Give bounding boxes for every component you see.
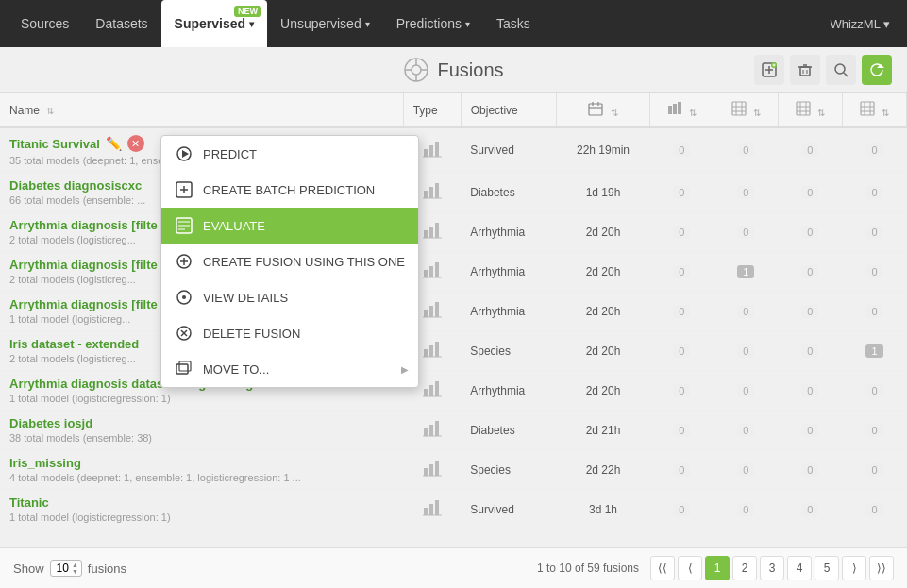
c4-sort-icon[interactable]: ⇅: [882, 108, 889, 118]
menu-item-view-details[interactable]: VIEW DETAILS: [161, 279, 418, 315]
chart-icon: [423, 380, 442, 397]
table-row: Titanic1 total model (logisticregression…: [0, 490, 907, 529]
row-objective-cell: Arrhythmia: [461, 292, 556, 331]
chart-icon: [423, 301, 442, 318]
show-label: Show: [13, 562, 44, 576]
per-page-arrows: ▲ ▼: [72, 562, 78, 575]
col-type: Type: [403, 93, 461, 127]
fusions-table: Name ⇅ Type Objective ⇅: [0, 93, 907, 529]
unsupervised-arrow: ▾: [365, 19, 370, 29]
row-c4-cell: 1: [842, 331, 906, 371]
row-c1-cell: 0: [649, 212, 714, 252]
svg-rect-68: [435, 381, 439, 396]
chart-icon: [423, 341, 442, 358]
nav-predictions[interactable]: Predictions ▾: [383, 0, 483, 47]
row-sub-info: 4 total models (deepnet: 1, ensemble: 1,…: [9, 472, 394, 483]
count-badge: 0: [673, 226, 690, 239]
page-prev-button[interactable]: ⟨: [678, 556, 702, 580]
menu-item-move-to[interactable]: MOVE TO...: [161, 351, 418, 387]
page-5-button[interactable]: 5: [815, 556, 839, 580]
svg-rect-37: [861, 102, 874, 115]
time-sort-icon[interactable]: ⇅: [611, 108, 618, 118]
count-badge: 0: [737, 463, 754, 477]
name-sort-icon[interactable]: ⇅: [46, 106, 54, 116]
c3-sort-icon[interactable]: ⇅: [817, 108, 825, 118]
count-badge: 0: [673, 503, 690, 516]
count-badge: 0: [801, 503, 818, 516]
close-icon[interactable]: ✕: [127, 135, 144, 152]
refresh-button[interactable]: [862, 55, 892, 85]
evaluate-icon: [175, 216, 193, 235]
c1-sort-icon[interactable]: ⇅: [689, 108, 697, 118]
search-button[interactable]: [826, 55, 856, 85]
nav-datasets[interactable]: Datasets: [82, 0, 160, 47]
table-row: Arrythmia diagnosis [filte2 total models…: [0, 252, 907, 292]
row-name-link[interactable]: Titanic: [9, 496, 394, 510]
count-badge: 0: [737, 503, 754, 516]
menu-item-label: EVALUATE: [203, 219, 265, 233]
nav-tasks[interactable]: Tasks: [483, 0, 544, 47]
row-c3-cell: 0: [778, 212, 842, 252]
page-next-button[interactable]: ⟩: [842, 556, 866, 580]
count-badge: 0: [673, 463, 690, 477]
page-4-button[interactable]: 4: [787, 556, 812, 580]
table-row: Diabetes iosjd38 total models (ensemble:…: [0, 411, 907, 450]
menu-item-batch-prediction[interactable]: CREATE BATCH PREDICTION: [161, 172, 418, 208]
row-c4-cell: 0: [842, 127, 906, 173]
fusions-table-container: Name ⇅ Type Objective ⇅: [0, 93, 907, 529]
page-3-button[interactable]: 3: [760, 556, 784, 580]
c2-sort-icon[interactable]: ⇅: [753, 108, 761, 118]
menu-item-delete-fusion[interactable]: DELETE FUSION: [161, 315, 418, 351]
row-objective-cell: Arrhythmia: [461, 252, 556, 292]
row-type-cell: [403, 411, 461, 450]
svg-rect-24: [668, 106, 672, 114]
col-name: Name ⇅: [0, 93, 403, 127]
menu-item-label: MOVE TO...: [203, 362, 269, 377]
svg-rect-56: [435, 262, 439, 277]
table-row: Iris dataset - extended2 total models (l…: [0, 331, 907, 371]
row-name-cell: Iris_missing4 total models (deepnet: 1, …: [0, 450, 403, 490]
row-c2-cell: 1: [714, 252, 778, 292]
page-first-button[interactable]: ⟨⟨: [650, 556, 675, 580]
menu-item-create-fusion[interactable]: CREATE FUSION USING THIS ONE: [161, 244, 418, 279]
svg-line-18: [844, 73, 848, 76]
menu-item-label: CREATE BATCH PREDICTION: [203, 183, 375, 197]
row-name-link[interactable]: Diabetes iosjd: [9, 416, 394, 430]
whizzml-menu[interactable]: WhizzML ▾: [820, 0, 899, 47]
calendar-icon: [588, 101, 603, 116]
row-c2-cell: 0: [714, 490, 778, 529]
nav-sources[interactable]: Sources: [8, 0, 82, 47]
table-row: Titanic Survival✏️✕35 total models (deep…: [0, 127, 907, 173]
svg-rect-72: [435, 421, 439, 436]
new-badge: NEW: [234, 6, 261, 17]
page-last-button[interactable]: ⟩⟩: [869, 556, 894, 580]
row-c4-cell: 0: [842, 292, 906, 331]
delete-button[interactable]: [790, 55, 820, 85]
row-time-cell: 2d 20h: [557, 292, 650, 331]
count-badge: 0: [865, 384, 882, 397]
svg-rect-60: [435, 302, 439, 317]
svg-rect-43: [429, 145, 433, 157]
col3-icon: [796, 101, 811, 116]
menu-item-evaluate[interactable]: EVALUATE: [161, 208, 418, 244]
page-2-button[interactable]: 2: [732, 556, 757, 580]
page-1-button[interactable]: 1: [705, 556, 730, 580]
chart-icon: [423, 420, 442, 437]
svg-rect-64: [435, 342, 439, 357]
table-row: Diabetes diagnosiscxc66 total models (en…: [0, 173, 907, 212]
count-badge: 0: [801, 384, 818, 397]
count-badge: 0: [737, 226, 754, 239]
row-objective-cell: Species: [461, 331, 556, 371]
per-page-select[interactable]: 10 ▲ ▼: [50, 560, 82, 577]
row-name-link[interactable]: Titanic Survival: [9, 137, 100, 151]
row-c3-cell: 0: [778, 252, 842, 292]
row-time-cell: 1d 19h: [557, 173, 650, 212]
row-name-link[interactable]: Iris_missing: [9, 456, 394, 470]
menu-item-predict[interactable]: PREDICT: [161, 136, 418, 172]
view-details-icon: [175, 288, 193, 307]
nav-supervised[interactable]: Supervised NEW ▾: [161, 0, 267, 47]
nav-unsupervised[interactable]: Unsupervised ▾: [267, 0, 383, 47]
new-fusion-button[interactable]: [754, 55, 784, 85]
row-time-cell: 22h 19min: [557, 127, 650, 173]
edit-icon[interactable]: ✏️: [104, 134, 124, 153]
